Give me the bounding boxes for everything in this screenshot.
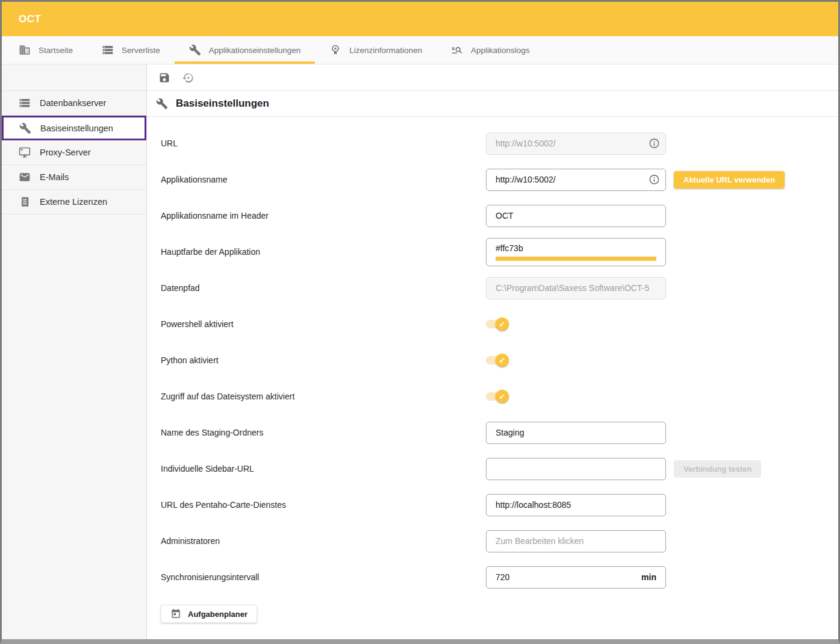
sidebar-item-externe-lizenzen[interactable]: Externe Lizenzen	[2, 190, 146, 214]
sidebar-spacer	[2, 64, 146, 91]
staging-input[interactable]	[487, 428, 665, 437]
form-row-main-color: Hauptfarbe der Applikation	[147, 234, 838, 270]
sidebar-item-proxy-server[interactable]: Proxy-Server	[2, 140, 146, 165]
building-icon	[19, 44, 31, 56]
app-name-field	[486, 169, 666, 191]
data-path-field	[486, 277, 666, 299]
sync-interval-unit: min	[641, 572, 665, 582]
wrench-icon	[189, 44, 201, 56]
wrench-icon	[156, 98, 168, 110]
pentaho-url-label: URL des Pentaho-Carte-Dienstes	[147, 500, 486, 510]
toolbar	[147, 64, 838, 91]
sidebar-url-field	[486, 458, 666, 480]
task-scheduler-button[interactable]: Aufgabenplaner	[161, 605, 257, 623]
tab-label: Startseite	[39, 46, 73, 55]
content-panel: Basiseinstellungen URL App	[147, 64, 838, 639]
history-restore-button[interactable]	[179, 68, 198, 87]
pentaho-url-field	[486, 494, 666, 516]
url-field	[486, 133, 666, 155]
tab-serverliste[interactable]: Serverliste	[87, 36, 175, 64]
sync-interval-input[interactable]	[487, 572, 641, 582]
license-badge-icon	[329, 44, 341, 56]
tab-lizenzinformationen[interactable]: Lizenzinformationen	[315, 36, 437, 64]
main-color-input[interactable]	[487, 240, 665, 256]
form-row-powershell: Powershell aktiviert ✓	[147, 306, 838, 342]
python-label: Python aktiviert	[147, 355, 486, 365]
monitor-icon	[19, 146, 31, 158]
tab-label: Serverliste	[122, 46, 160, 55]
form-row-applikationsname: Applikationsname Aktuelle URL verwenden	[147, 161, 838, 198]
sync-interval-label: Synchronisierungsintervall	[147, 572, 486, 582]
form-row-sync-interval: Synchronisierungsintervall min	[147, 559, 838, 595]
python-toggle[interactable]: ✓	[486, 354, 509, 367]
tab-label: Applikationslogs	[471, 46, 530, 55]
sidebar-url-input[interactable]	[487, 464, 665, 474]
form-row-fs-access: Zugriff auf das Dateisystem aktiviert ✓	[147, 378, 838, 414]
calendar-icon	[170, 608, 181, 619]
sidebar-item-label: Datenbankserver	[40, 98, 106, 108]
tab-startseite[interactable]: Startseite	[4, 36, 87, 64]
receipt-icon	[19, 196, 31, 208]
pentaho-url-input[interactable]	[487, 500, 665, 510]
admins-field	[486, 530, 666, 552]
sidebar-item-datenbankserver[interactable]: Datenbankserver	[2, 91, 146, 116]
toggle-check-icon: ✓	[496, 354, 509, 367]
sidebar: Datenbankserver Basiseinstellungen Proxy…	[2, 64, 147, 639]
info-icon[interactable]	[649, 138, 660, 149]
tab-label: Lizenzinformationen	[349, 46, 422, 55]
log-search-icon	[451, 44, 463, 56]
app-name-label: Applikationsname	[147, 175, 486, 184]
admins-input[interactable]	[487, 536, 665, 546]
save-icon	[158, 72, 170, 84]
color-preview-swatch	[496, 257, 656, 261]
sidebar-item-emails[interactable]: E-Mails	[2, 165, 146, 190]
save-button[interactable]	[155, 68, 174, 87]
tab-bar: Startseite Serverliste Applikationseinst…	[2, 36, 838, 64]
sidebar-item-label: Basiseinstellungen	[40, 123, 113, 133]
app-name-input[interactable]	[487, 175, 665, 184]
tab-label: Applikationseinstellungen	[209, 46, 300, 55]
test-connection-button[interactable]: Verbindung testen	[674, 460, 761, 478]
form-row-pentaho-url: URL des Pentaho-Carte-Dienstes	[147, 487, 838, 523]
app-header: OCT	[2, 2, 838, 36]
task-scheduler-label: Aufgabenplaner	[188, 610, 247, 619]
tab-applikationseinstellungen[interactable]: Applikationseinstellungen	[175, 36, 315, 64]
url-label: URL	[147, 139, 486, 148]
header-name-field	[486, 205, 666, 227]
app-title: OCT	[19, 13, 41, 25]
admins-label: Administratoren	[147, 536, 486, 546]
url-input	[487, 139, 665, 148]
form-row-url: URL	[147, 125, 838, 161]
form-row-datenpfad: Datenpfad	[147, 270, 838, 306]
sidebar-item-label: Proxy-Server	[40, 148, 91, 157]
server-list-icon	[102, 44, 114, 56]
sidebar-item-label: E-Mails	[40, 172, 69, 182]
form-row-python: Python aktiviert ✓	[147, 342, 838, 378]
envelope-icon	[19, 171, 31, 183]
fs-access-label: Zugriff auf das Dateisystem aktiviert	[147, 392, 486, 401]
main-color-field	[486, 238, 666, 266]
sidebar-item-basiseinstellungen[interactable]: Basiseinstellungen	[2, 116, 146, 140]
powershell-toggle[interactable]: ✓	[486, 317, 509, 331]
header-name-input[interactable]	[487, 211, 665, 220]
data-path-input	[487, 283, 665, 293]
form-row-header-name: Applikationsname im Header	[147, 198, 838, 234]
form-row-sidebar-url: Individuelle Sidebar-URL Verbindung test…	[147, 451, 838, 487]
info-icon[interactable]	[649, 174, 660, 186]
main-color-label: Hauptfarbe der Applikation	[147, 247, 486, 257]
app-window: OCT Startseite Serverliste Applikationse…	[0, 0, 840, 644]
footer-row: Aufgabenplaner	[161, 605, 838, 623]
form-row-administratoren: Administratoren	[147, 523, 838, 559]
powershell-label: Powershell aktiviert	[147, 319, 486, 329]
toggle-check-icon: ✓	[496, 390, 509, 403]
settings-form: URL Applikationsname	[147, 117, 838, 639]
header-name-label: Applikationsname im Header	[147, 211, 486, 220]
toggle-check-icon: ✓	[496, 317, 509, 331]
sidebar-item-label: Externe Lizenzen	[40, 197, 107, 207]
use-current-url-button[interactable]: Aktuelle URL verwenden	[674, 171, 785, 189]
tab-applikationslogs[interactable]: Applikationslogs	[437, 36, 544, 64]
filesystem-access-toggle[interactable]: ✓	[486, 390, 509, 403]
section-header: Basiseinstellungen	[147, 91, 838, 117]
page-title: Basiseinstellungen	[176, 98, 269, 110]
wrench-icon	[19, 122, 31, 134]
